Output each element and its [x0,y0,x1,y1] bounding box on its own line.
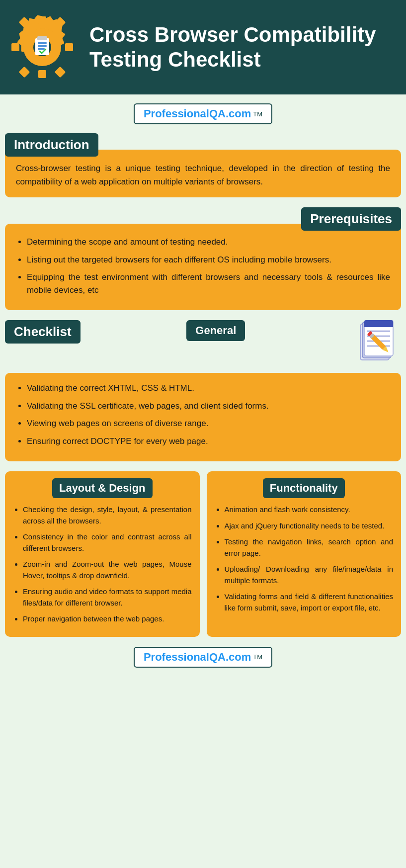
list-item: Animation and flash work consistency. [225,504,394,516]
list-item: Uploading/ Downloading any file/image/da… [225,564,394,586]
svg-rect-19 [364,324,393,327]
list-item: Checking the design, style, layout, & pr… [23,504,192,526]
svg-rect-1 [38,16,46,24]
list-item: Ensuring audio and video formats to supp… [23,586,192,608]
list-item: Proper navigation between the web pages. [23,613,192,625]
header: Cross Browser Compatibility Testing Chec… [0,0,406,94]
logo-qa: QA [209,107,226,120]
checklist-list: Validating the correct XHTML, CSS & HTML… [16,382,390,447]
checklist-label-wrap: Checklist [5,320,81,344]
general-label-wrap: General [81,320,351,341]
functionality-label-wrap: Functionality [215,478,394,498]
checklist-label: Checklist [5,320,81,344]
introduction-label: Introduction [5,133,98,157]
list-item: Validating the correct XHTML, CSS & HTML… [27,382,390,395]
list-item: Testing the navigation links, search opt… [225,536,394,559]
layout-design-label-wrap: Layout & Design [13,478,192,498]
introduction-text: Cross-browser testing is a unique testin… [16,162,390,188]
list-item: Viewing web pages on screens of diverse … [27,417,390,430]
svg-rect-8 [19,67,30,78]
logo-bar-bottom: ProfessionalQA.com TM [0,647,406,668]
list-item: Validating the SSL certificate, web page… [27,400,390,413]
layout-design-label: Layout & Design [52,478,153,498]
functionality-label: Functionality [263,478,345,498]
svg-rect-2 [38,70,46,78]
prerequisites-content: Determining the scope and amount of test… [5,224,401,310]
checklist-section: Checklist General [5,320,401,461]
logo-professional-bottom: Professional [144,651,209,663]
functionality-box: Functionality Animation and flash work c… [207,471,402,637]
list-item: Determining the scope and amount of test… [27,236,390,249]
gear-icon [5,10,80,85]
list-item: Ensuring correct DOCTYPE for every web p… [27,435,390,448]
two-col-section: Layout & Design Checking the design, sty… [5,471,401,637]
introduction-section: Introduction Cross-browser testing is a … [5,133,401,197]
svg-rect-4 [11,43,19,51]
logo-tm-bottom: TM [253,653,262,661]
logo-qa-bottom: QA [209,651,226,663]
header-title: Cross Browser Compatibility Testing Chec… [89,22,396,73]
logo-box-bottom: ProfessionalQA.com TM [134,647,272,668]
logo-text: ProfessionalQA.com [144,107,251,120]
functionality-list: Animation and flash work consistency. Aj… [215,504,394,613]
list-item: Ajax and jQuery functionality needs to b… [225,521,394,532]
prerequisites-label-wrap: Prerequisites [5,207,401,231]
list-item: Validating forms and field & different f… [225,591,394,613]
logo-domain-bottom: .com [226,651,251,663]
list-item: Zoom-in and Zoom-out the web pages, Mous… [23,559,192,581]
layout-design-box: Layout & Design Checking the design, sty… [5,471,200,637]
logo-professional: Professional [144,107,209,120]
introduction-content: Cross-browser testing is a unique testin… [5,150,401,197]
prerequisites-list: Determining the scope and amount of test… [16,236,390,296]
list-item: Equipping the test environment with diff… [27,271,390,296]
prerequisites-section: Prerequisites Determining the scope and … [5,207,401,310]
checklist-content: Validating the correct XHTML, CSS & HTML… [5,373,401,461]
svg-rect-13 [38,45,47,47]
introduction-label-wrap: Introduction [5,133,401,157]
svg-rect-14 [38,48,45,50]
layout-design-list: Checking the design, style, layout, & pr… [13,504,192,625]
svg-rect-12 [38,42,47,44]
svg-rect-3 [65,43,73,51]
svg-rect-11 [37,36,47,40]
prerequisites-label: Prerequisites [301,207,401,231]
logo-domain: .com [226,107,251,120]
svg-rect-7 [55,67,66,78]
logo-text-bottom: ProfessionalQA.com [144,651,251,664]
logo-box-top: ProfessionalQA.com TM [134,103,272,124]
notebook-icon [351,320,401,370]
list-item: Listing out the targeted browsers for ea… [27,254,390,266]
checklist-header-row: Checklist General [5,320,401,370]
logo-tm: TM [253,110,262,118]
list-item: Consistency in the color and contrast ac… [23,531,192,554]
general-label: General [186,320,245,341]
logo-bar-top: ProfessionalQA.com TM [0,103,406,124]
